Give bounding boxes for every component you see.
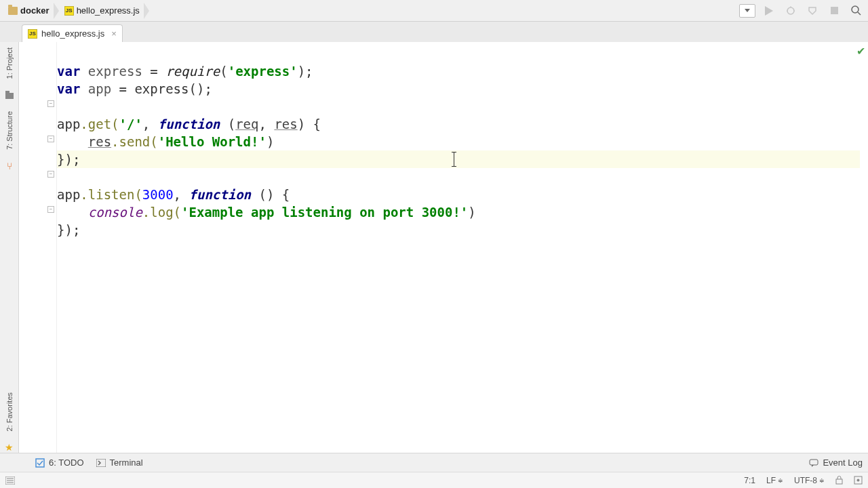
bug-icon bbox=[786, 6, 795, 16]
todo-icon bbox=[35, 458, 45, 468]
structure-tool-button[interactable]: 7: Structure bbox=[5, 108, 14, 152]
svg-marker-6 bbox=[809, 7, 816, 14]
breadcrumb-file[interactable]: JS hello_express.js bbox=[60, 3, 144, 19]
svg-rect-7 bbox=[831, 7, 838, 14]
shield-icon bbox=[808, 6, 817, 16]
main-area: 1: Project 7: Structure ⑂ 2: Favorites ★… bbox=[0, 42, 868, 453]
coverage-button[interactable] bbox=[804, 3, 821, 19]
todo-label: 6: TODO bbox=[49, 458, 84, 468]
editor-tabs: JS hello_express.js × bbox=[0, 22, 868, 42]
fold-marker[interactable]: − bbox=[47, 171, 54, 178]
svg-point-22 bbox=[857, 479, 860, 482]
breadcrumb: docker JS hello_express.js bbox=[4, 3, 144, 19]
search-button[interactable] bbox=[848, 3, 864, 19]
event-log-button[interactable]: Event Log bbox=[809, 458, 863, 468]
svg-rect-12 bbox=[36, 459, 44, 467]
stop-button[interactable] bbox=[826, 3, 842, 19]
file-encoding[interactable]: UTF-8≑ bbox=[794, 476, 825, 485]
fold-marker[interactable]: − bbox=[47, 100, 54, 107]
status-menu-icon[interactable] bbox=[5, 476, 15, 485]
run-config-dropdown[interactable] bbox=[739, 4, 755, 18]
editor-gutter: − − − − bbox=[19, 42, 57, 453]
debug-button[interactable] bbox=[783, 3, 799, 19]
bottom-tool-bar: 6: TODO Terminal Event Log bbox=[0, 453, 868, 472]
project-tool-button[interactable]: 1: Project bbox=[5, 45, 14, 81]
breadcrumb-root-label: docker bbox=[20, 5, 50, 16]
navigation-bar: docker JS hello_express.js bbox=[0, 0, 868, 22]
svg-rect-14 bbox=[810, 460, 818, 465]
lock-icon[interactable] bbox=[835, 476, 843, 485]
breadcrumb-root[interactable]: docker bbox=[4, 3, 54, 19]
fold-marker[interactable]: − bbox=[47, 136, 54, 142]
svg-marker-0 bbox=[745, 9, 750, 12]
star-icon: ★ bbox=[4, 442, 15, 453]
terminal-tool-button[interactable]: Terminal bbox=[96, 458, 143, 468]
svg-rect-10 bbox=[5, 93, 14, 99]
terminal-icon bbox=[96, 459, 106, 467]
svg-rect-20 bbox=[836, 479, 842, 484]
svg-line-9 bbox=[858, 12, 861, 15]
svg-point-2 bbox=[787, 7, 794, 14]
code-editor[interactable]: − − − − ✔ var express = require('express… bbox=[19, 42, 868, 453]
stop-icon bbox=[831, 7, 838, 14]
breadcrumb-file-label: hello_express.js bbox=[77, 5, 140, 16]
terminal-label: Terminal bbox=[110, 458, 143, 468]
left-tool-rail: 1: Project 7: Structure ⑂ 2: Favorites ★ bbox=[0, 42, 19, 453]
inspector-icon[interactable] bbox=[854, 476, 863, 485]
code-content: var express = require('express'); var ap… bbox=[57, 45, 860, 256]
tab-hello-express[interactable]: JS hello_express.js × bbox=[22, 24, 123, 42]
project-icon bbox=[4, 89, 15, 100]
chevron-down-icon bbox=[745, 9, 750, 12]
play-icon bbox=[765, 6, 773, 16]
run-button[interactable] bbox=[761, 3, 777, 19]
todo-tool-button[interactable]: 6: TODO bbox=[35, 458, 84, 468]
close-icon[interactable]: × bbox=[111, 28, 117, 39]
folder-icon bbox=[8, 7, 18, 15]
svg-rect-11 bbox=[5, 91, 9, 93]
search-icon bbox=[851, 5, 861, 16]
status-bar: 7:1 LF≑ UTF-8≑ bbox=[0, 472, 868, 488]
cursor-position[interactable]: 7:1 bbox=[744, 476, 755, 485]
speech-bubble-icon bbox=[809, 459, 818, 467]
toolbar-right bbox=[739, 3, 864, 19]
favorites-tool-button[interactable]: 2: Favorites bbox=[5, 390, 14, 434]
svg-point-8 bbox=[852, 6, 859, 13]
fold-marker[interactable]: − bbox=[47, 206, 54, 213]
js-file-icon: JS bbox=[64, 6, 74, 16]
line-separator[interactable]: LF≑ bbox=[766, 476, 783, 485]
tab-label: hello_express.js bbox=[41, 28, 104, 39]
svg-marker-1 bbox=[765, 6, 773, 16]
structure-icon: ⑂ bbox=[4, 161, 15, 171]
js-file-icon: JS bbox=[28, 29, 37, 39]
event-log-label: Event Log bbox=[823, 458, 863, 468]
